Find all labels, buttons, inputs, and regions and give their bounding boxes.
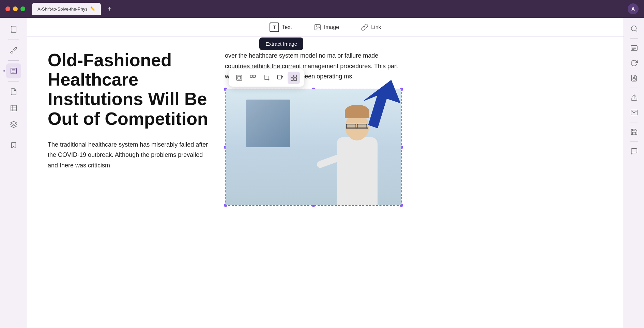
svg-rect-1 — [11, 105, 16, 111]
sidebar-item-table[interactable] — [6, 101, 21, 116]
sidebar-item-edit[interactable] — [6, 63, 21, 78]
titlebar: A-Shift-to-Solve-the-Phys ✏️ + A — [0, 0, 644, 18]
sidebar-item-document[interactable] — [6, 84, 21, 99]
text-toolbar-label: Text — [282, 24, 292, 30]
new-tab-button[interactable]: + — [105, 4, 114, 14]
replace-button[interactable] — [274, 72, 286, 84]
svg-rect-11 — [253, 75, 256, 77]
left-column: Old-Fashioned Healthcare Institutions Wi… — [48, 50, 211, 314]
right-sidebar — [624, 18, 644, 328]
page-body-text: The traditional healthcare system has mi… — [48, 139, 211, 171]
sidebar-divider-1 — [8, 40, 19, 40]
right-sidebar-chat[interactable] — [627, 145, 641, 158]
traffic-lights — [5, 6, 25, 11]
rs-divider-3 — [630, 122, 638, 122]
right-sidebar-file-lock[interactable] — [627, 71, 641, 85]
sidebar-divider-4 — [8, 135, 19, 135]
link-toolbar-label: Link — [371, 24, 381, 30]
main-content: T Text Image Link Old-Fashioned Healthca… — [27, 18, 624, 328]
svg-rect-13 — [291, 75, 294, 77]
right-sidebar-upload[interactable] — [627, 91, 641, 104]
svg-rect-10 — [250, 75, 253, 77]
image-toolbar-label: Image — [324, 24, 339, 30]
shape-button[interactable] — [247, 72, 259, 84]
sidebar-item-brush[interactable] — [6, 43, 21, 58]
crop-button[interactable] — [260, 72, 273, 84]
xray-panel — [246, 100, 290, 147]
right-sidebar-ocr[interactable] — [627, 41, 641, 55]
close-button[interactable] — [5, 6, 10, 11]
left-sidebar — [0, 18, 27, 328]
text-toolbar-icon: T — [270, 23, 279, 32]
extract-image-tooltip: Extract Image — [259, 38, 303, 50]
toolbar: T Text Image Link — [27, 18, 624, 37]
svg-point-7 — [316, 26, 317, 27]
right-text-2: been operating — [301, 73, 342, 80]
svg-rect-16 — [294, 78, 297, 81]
sidebar-item-bookmark[interactable] — [6, 138, 21, 153]
page-content: Old-Fashioned Healthcare Institutions Wi… — [27, 37, 624, 328]
minimize-button[interactable] — [13, 6, 18, 11]
svg-rect-9 — [238, 76, 241, 79]
sidebar-divider-2 — [8, 60, 19, 61]
floating-toolbar: Extract Image — [229, 69, 304, 87]
document-area: Old-Fashioned Healthcare Institutions Wi… — [27, 37, 624, 328]
right-sidebar-search[interactable] — [627, 22, 641, 35]
edit-tab-icon: ✏️ — [90, 6, 95, 11]
right-sidebar-save[interactable] — [627, 125, 641, 139]
rs-divider-4 — [630, 141, 638, 142]
active-indicator — [3, 70, 5, 72]
blue-arrow-indicator — [350, 76, 391, 117]
toolbar-text-item[interactable]: T Text — [265, 20, 296, 34]
frame-button[interactable] — [233, 72, 245, 84]
svg-marker-17 — [364, 80, 400, 128]
app-container: T Text Image Link Old-Fashioned Healthca… — [0, 18, 644, 328]
svg-marker-5 — [10, 121, 16, 124]
user-avatar[interactable]: A — [628, 3, 639, 14]
browser-tab[interactable]: A-Shift-to-Solve-the-Phys ✏️ — [32, 3, 101, 15]
tab-title: A-Shift-to-Solve-the-Phys — [37, 6, 88, 12]
image-toolbar-icon — [314, 24, 321, 31]
svg-rect-24 — [633, 78, 635, 80]
extract-image-button[interactable]: Extract Image — [288, 72, 300, 84]
toolbar-image-item[interactable]: Image — [310, 21, 343, 33]
right-sidebar-refresh[interactable] — [627, 56, 641, 70]
svg-line-19 — [635, 30, 637, 31]
rs-divider-1 — [630, 38, 638, 39]
svg-rect-14 — [294, 75, 297, 77]
image-selection-box[interactable]: Extract Image — [225, 89, 402, 206]
right-column: over the healthcare system model no ma o… — [225, 50, 402, 314]
rs-divider-2 — [630, 88, 638, 88]
right-sidebar-email[interactable] — [627, 106, 641, 119]
sidebar-item-book[interactable] — [6, 22, 21, 37]
link-toolbar-icon — [361, 24, 368, 31]
svg-rect-8 — [237, 75, 242, 80]
sidebar-item-layers[interactable] — [6, 117, 21, 132]
svg-rect-12 — [278, 75, 282, 79]
sidebar-divider-3 — [8, 81, 19, 81]
page-heading: Old-Fashioned Healthcare Institutions Wi… — [48, 50, 211, 129]
maximize-button[interactable] — [20, 6, 25, 11]
toolbar-link-item[interactable]: Link — [357, 21, 385, 33]
svg-rect-15 — [291, 78, 294, 81]
